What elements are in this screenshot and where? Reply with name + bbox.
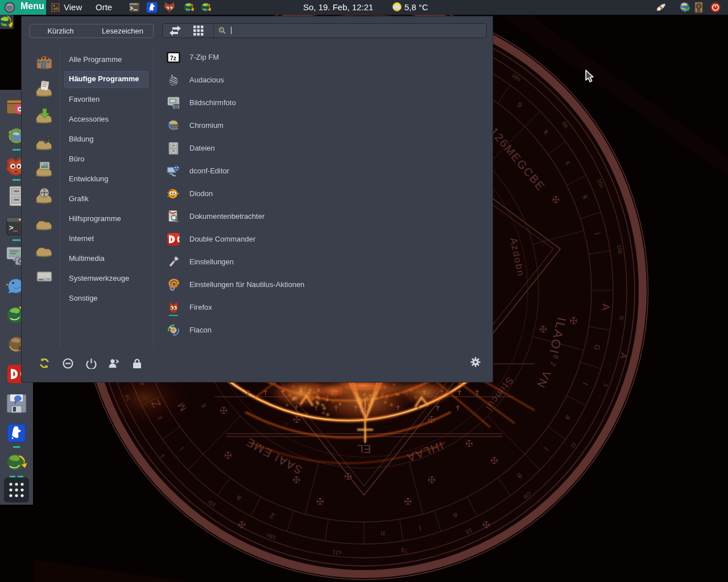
- svg-text:7z: 7z: [170, 55, 177, 61]
